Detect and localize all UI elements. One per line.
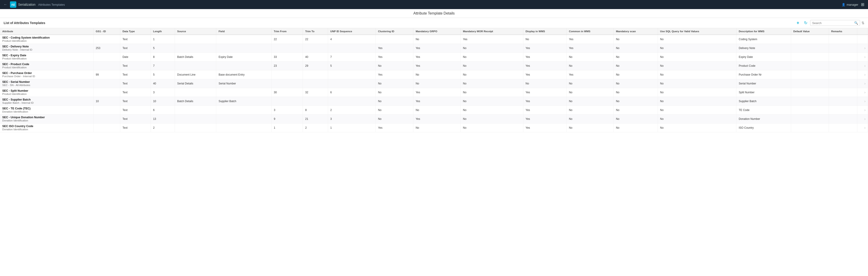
row-chevron[interactable]: ›	[857, 53, 868, 62]
cell-field	[216, 115, 271, 123]
cell-field	[216, 44, 271, 53]
cell-use_sql: No	[658, 88, 736, 97]
cell-clustering_id: Yes	[376, 70, 413, 79]
cell-desc_wms: Donation Number	[736, 115, 791, 123]
row-secondary: Product Identification	[2, 93, 27, 95]
row-primary: SEC ISO Country Code	[2, 125, 33, 128]
row-chevron[interactable]: ›	[857, 79, 868, 88]
row-chevron[interactable]: ›	[857, 44, 868, 53]
cell-default_value	[791, 115, 829, 123]
cell-default_value	[791, 53, 829, 62]
col-desc-wms: Description for WMS	[736, 28, 791, 35]
table-container: Attribute GS1 - ID Data Type Length Sour…	[0, 28, 868, 132]
cell-trim_to: 22	[303, 35, 328, 44]
user-label: manager	[847, 3, 858, 6]
row-chevron[interactable]: ›	[857, 70, 868, 79]
table-row[interactable]: SEC - Delivery NoteDelivery Note - Inter…	[0, 44, 868, 53]
grid-icon[interactable]: ⊞	[861, 2, 864, 7]
table-row[interactable]: SEC - Supplier BatchSupplier Batch - Int…	[0, 97, 868, 106]
row-chevron[interactable]	[857, 35, 868, 44]
cell-use_sql: No	[658, 106, 736, 115]
table-row[interactable]: SEC - Coding System identificationProduc…	[0, 35, 868, 44]
search-input[interactable]	[812, 21, 853, 25]
table-row[interactable]: SEC - Purchase OrderPurchase Order - Int…	[0, 70, 868, 79]
cell-default_value	[791, 79, 829, 88]
cell-mandatory_grpo: No	[413, 106, 461, 115]
cell-gs1_id	[93, 53, 120, 62]
toolbar-actions: + ↻ 🔍 ⇅	[795, 20, 864, 26]
cell-mandatory_mor: No	[461, 88, 523, 97]
table-row[interactable]: SEC - Split NumberProduct Identification…	[0, 88, 868, 97]
chevron-right-icon: ›	[864, 46, 866, 50]
row-secondary: Delivery Note - Internal ID	[2, 48, 32, 51]
cell-unp_id_seq	[328, 70, 375, 79]
chevron-right-icon: ›	[864, 90, 866, 94]
col-gs1-id: GS1 - ID	[93, 28, 120, 35]
row-chevron[interactable]: ›	[857, 123, 868, 132]
cell-source	[175, 62, 216, 70]
cell-mandatory_scan: No	[614, 62, 658, 70]
cell-mandatory_mor: No	[461, 79, 523, 88]
cell-common_wms: No	[566, 79, 614, 88]
table-row[interactable]: SEC - TE Code (TEC)Donation Identificati…	[0, 106, 868, 115]
row-chevron[interactable]: ›	[857, 106, 868, 115]
row-secondary: Product Identification	[2, 39, 27, 42]
cell-desc_wms: TE Code	[736, 106, 791, 115]
cell-display_wms: No	[523, 35, 566, 44]
cell-mandatory_grpo: No	[413, 79, 461, 88]
row-chevron[interactable]: ›	[857, 88, 868, 97]
row-chevron[interactable]: ›	[857, 97, 868, 106]
cell-trim_from: 3	[271, 106, 303, 115]
col-unp-id-seq: UNP ID Sequence	[328, 28, 375, 35]
cell-field	[216, 62, 271, 70]
table-row[interactable]: SEC - Unique Donation NumberDonation Ide…	[0, 115, 868, 123]
refresh-button[interactable]: ↻	[802, 20, 809, 26]
cell-attr: SEC - Delivery NoteDelivery Note - Inter…	[0, 44, 93, 53]
cell-mandatory_mor: No	[461, 123, 523, 132]
col-length: Length	[151, 28, 175, 35]
list-title: List of Attributes Templates	[4, 21, 793, 25]
row-secondary: SEC - SN - All Attributes	[2, 84, 30, 87]
cell-display_wms: Yes	[523, 88, 566, 97]
cell-data_type: Text	[120, 70, 151, 79]
table-row[interactable]: SEC - Product CodeProduct Identification…	[0, 62, 868, 70]
table-row[interactable]: SEC - Expiry DateProduct IdentificationD…	[0, 53, 868, 62]
cell-mandatory_mor: No	[461, 115, 523, 123]
add-button[interactable]: +	[795, 20, 801, 26]
cell-attr: SEC - Serial NumberSEC - SN - All Attrib…	[0, 79, 93, 88]
cell-attr: SEC - Supplier BatchSupplier Batch - Int…	[0, 97, 93, 106]
cell-default_value	[791, 35, 829, 44]
back-button[interactable]: ←	[4, 2, 7, 7]
cell-source: Document Line	[175, 70, 216, 79]
brand: AE Serialization Attributes Templates	[10, 1, 65, 8]
chevron-right-icon: ›	[864, 73, 866, 76]
cell-trim_from: 30	[271, 88, 303, 97]
cell-unp_id_seq: 5	[328, 62, 375, 70]
cell-source	[175, 44, 216, 53]
swap-icon[interactable]: ⇅	[861, 21, 864, 25]
cell-remarks	[829, 44, 857, 53]
cell-field: Expiry Date	[216, 53, 271, 62]
user-info: 👤 manager	[842, 3, 858, 6]
table-row[interactable]: SEC - Serial NumberSEC - SN - All Attrib…	[0, 79, 868, 88]
cell-use_sql: No	[658, 70, 736, 79]
cell-mandatory_mor: No	[461, 44, 523, 53]
cell-display_wms: Yes	[523, 62, 566, 70]
cell-trim_to	[303, 70, 328, 79]
cell-field	[216, 106, 271, 115]
row-primary: SEC - Coding System identification	[2, 36, 50, 39]
cell-source	[175, 106, 216, 115]
table-row[interactable]: SEC ISO Country CodeDonation Identificat…	[0, 123, 868, 132]
col-attribute: Attribute	[0, 28, 93, 35]
row-chevron[interactable]: ›	[857, 62, 868, 70]
cell-trim_from: 9	[271, 115, 303, 123]
cell-desc_wms: Coding System	[736, 35, 791, 44]
col-source: Source	[175, 28, 216, 35]
row-primary: SEC - TE Code (TEC)	[2, 107, 30, 110]
cell-remarks	[829, 35, 857, 44]
cell-default_value	[791, 123, 829, 132]
cell-common_wms: Yes	[566, 44, 614, 53]
cell-mandatory_grpo: No	[413, 70, 461, 79]
row-chevron[interactable]: ›	[857, 115, 868, 123]
cell-mandatory_grpo: Yes	[413, 62, 461, 70]
